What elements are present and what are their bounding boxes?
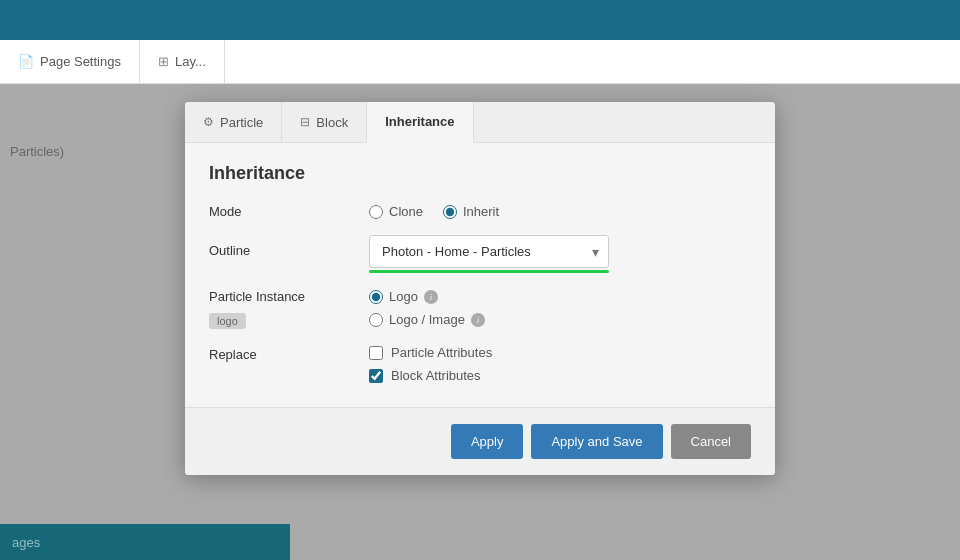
layout-label: Lay... bbox=[175, 54, 206, 69]
instance-logo-image-label: Logo / Image bbox=[389, 312, 465, 327]
particle-tab-label: Particle bbox=[220, 115, 263, 130]
layout-icon: ⊞ bbox=[158, 54, 169, 69]
replace-label: Replace bbox=[209, 345, 369, 362]
replace-controls: Particle Attributes Block Attributes bbox=[369, 345, 492, 383]
block-tab-label: Block bbox=[316, 115, 348, 130]
mode-inherit-option[interactable]: Inherit bbox=[443, 204, 499, 219]
outline-select[interactable]: Photon - Home - Particles bbox=[369, 235, 609, 268]
modal-overlay: ⚙ Particle ⊟ Block Inheritance Inheritan… bbox=[0, 84, 960, 560]
replace-row: Replace Particle Attributes Block Attrib… bbox=[209, 345, 751, 383]
block-attributes-checkbox[interactable] bbox=[369, 369, 383, 383]
tab-particle[interactable]: ⚙ Particle bbox=[185, 102, 282, 142]
outline-select-wrapper: Photon - Home - Particles ▾ bbox=[369, 235, 609, 268]
particle-instance-row: Particle Instance logo Logo i Logo / Ima… bbox=[209, 289, 751, 329]
modal-footer: Apply Apply and Save Cancel bbox=[185, 407, 775, 475]
instance-logo-image-option[interactable]: Logo / Image i bbox=[369, 312, 751, 327]
replace-particle-attributes-option[interactable]: Particle Attributes bbox=[369, 345, 492, 360]
tab-block[interactable]: ⊟ Block bbox=[282, 102, 367, 142]
mode-clone-radio[interactable] bbox=[369, 205, 383, 219]
particle-instance-label: Particle Instance bbox=[209, 289, 369, 304]
modal-tabs: ⚙ Particle ⊟ Block Inheritance bbox=[185, 102, 775, 143]
modal-title: Inheritance bbox=[209, 163, 751, 184]
mode-label: Mode bbox=[209, 204, 369, 219]
mode-inherit-radio[interactable] bbox=[443, 205, 457, 219]
particle-instance-label-col: Particle Instance logo bbox=[209, 289, 369, 329]
modal: ⚙ Particle ⊟ Block Inheritance Inheritan… bbox=[185, 102, 775, 475]
instance-logo-label: Logo bbox=[389, 289, 418, 304]
apply-save-button[interactable]: Apply and Save bbox=[531, 424, 662, 459]
instance-logo-option[interactable]: Logo i bbox=[369, 289, 751, 304]
page-settings-label: Page Settings bbox=[40, 54, 121, 69]
nav-item-layout[interactable]: ⊞ Lay... bbox=[140, 40, 225, 83]
particle-badge: logo bbox=[209, 313, 246, 329]
instance-logo-image-radio[interactable] bbox=[369, 313, 383, 327]
outline-label: Outline bbox=[209, 235, 369, 258]
page-settings-icon: 📄 bbox=[18, 54, 34, 69]
block-attributes-label: Block Attributes bbox=[391, 368, 481, 383]
instance-logo-info-icon[interactable]: i bbox=[424, 290, 438, 304]
particle-attributes-label: Particle Attributes bbox=[391, 345, 492, 360]
particle-tab-icon: ⚙ bbox=[203, 115, 214, 129]
nav-bar: 📄 Page Settings ⊞ Lay... bbox=[0, 40, 960, 84]
mode-clone-option[interactable]: Clone bbox=[369, 204, 423, 219]
block-tab-icon: ⊟ bbox=[300, 115, 310, 129]
mode-controls: Clone Inherit bbox=[369, 204, 499, 219]
nav-item-page-settings[interactable]: 📄 Page Settings bbox=[0, 40, 140, 83]
replace-block-attributes-option[interactable]: Block Attributes bbox=[369, 368, 492, 383]
outline-row: Outline Photon - Home - Particles ▾ bbox=[209, 235, 751, 273]
tab-inheritance[interactable]: Inheritance bbox=[367, 102, 473, 143]
modal-body: Inheritance Mode Clone Inherit bbox=[185, 143, 775, 407]
mode-inherit-label: Inherit bbox=[463, 204, 499, 219]
mode-clone-label: Clone bbox=[389, 204, 423, 219]
cancel-button[interactable]: Cancel bbox=[671, 424, 751, 459]
instance-logo-radio[interactable] bbox=[369, 290, 383, 304]
outline-underline bbox=[369, 270, 609, 273]
inheritance-tab-label: Inheritance bbox=[385, 114, 454, 129]
particle-instance-options: Logo i Logo / Image i bbox=[369, 289, 751, 327]
mode-row: Mode Clone Inherit bbox=[209, 204, 751, 219]
top-bar bbox=[0, 0, 960, 40]
instance-logo-image-info-icon[interactable]: i bbox=[471, 313, 485, 327]
background-content: Particles) ages ⚙ Particle ⊟ Block Inher… bbox=[0, 84, 960, 560]
outline-control: Photon - Home - Particles ▾ bbox=[369, 235, 609, 273]
apply-button[interactable]: Apply bbox=[451, 424, 524, 459]
particle-attributes-checkbox[interactable] bbox=[369, 346, 383, 360]
